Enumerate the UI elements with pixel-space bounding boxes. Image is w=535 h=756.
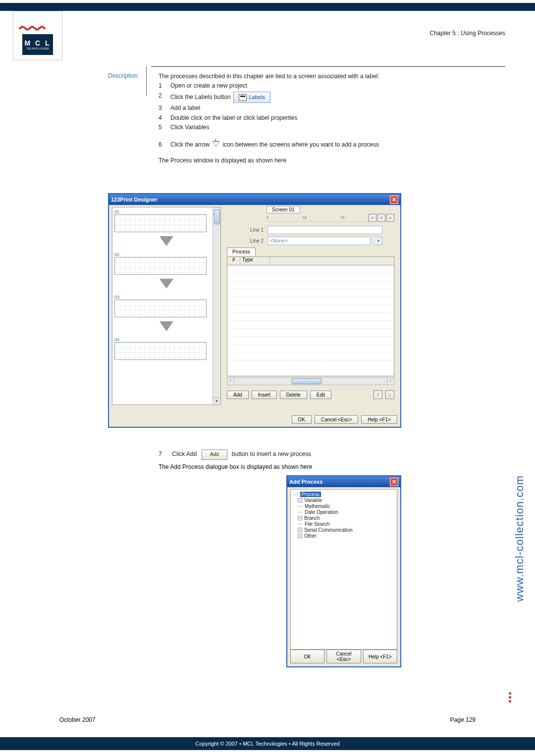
ok-button[interactable]: OK [290,650,324,663]
process-editor-pane: Screen 01 5 10 15 20 ≡ ≡ ≡ Line 1 Line 2… [224,207,397,405]
tab-process[interactable]: Process [227,248,256,255]
help-button[interactable]: Help <F1> [361,415,397,424]
expand-icon[interactable]: + [298,516,302,520]
step-num: 4 [159,114,170,122]
table-row[interactable] [227,297,394,305]
scroll-left-icon[interactable]: ‹ [227,378,234,385]
tree-root-icon: 📄 [293,492,299,497]
logo-subtext: TECHNOLOGIES [26,47,49,50]
scroll-thumb[interactable] [292,378,321,384]
scroll-thumb[interactable] [214,209,220,224]
align-toolbar: ≡ ≡ ≡ [369,214,394,222]
step-text: Click Variables [170,123,476,132]
window-title: 123Print Designer [111,197,158,202]
tree-item-label[interactable]: Serial Communication [304,527,353,533]
dialog-buttons: OK Cancel <Esc> Help <F1> [290,650,397,663]
screens-list-pane: 01 02 03 04 ▲ ▼ [112,207,221,405]
intro-text: The processes described in this chapter … [159,72,476,81]
screen-number: 01 [114,209,218,214]
table-row[interactable] [227,313,394,321]
tree-item-label[interactable]: Mathematic [305,504,330,509]
tree-item-label[interactable]: Date Operation [305,509,338,515]
add-button[interactable]: Add [227,391,249,399]
process-window-caption: The Process window is displayed as shown… [159,156,476,165]
table-row[interactable] [227,353,394,360]
page-top-band [0,3,535,11]
chevron-down-icon[interactable]: ▾ [374,237,382,245]
move-down-icon[interactable]: ↓ [385,390,394,399]
screen-thumb[interactable] [114,342,207,360]
step-num: 1 [159,82,170,90]
brand-logo: 〰 M C L TECHNOLOGIES [13,11,62,60]
tree-item-label[interactable]: Other [304,533,317,539]
table-row[interactable] [227,329,394,337]
process-arrow-icon [212,141,220,150]
screen-thumb[interactable] [114,257,207,275]
align-left-icon[interactable]: ≡ [369,214,376,222]
table-row[interactable] [227,273,394,281]
screen-thumb[interactable] [114,214,207,232]
scroll-right-icon[interactable]: › [387,378,394,385]
table-row[interactable] [227,337,394,345]
ok-button[interactable]: OK [292,415,312,424]
tree-item-label[interactable]: Branch [304,515,320,521]
content-divider [151,66,505,67]
align-center-icon[interactable]: ≡ [377,214,385,222]
expand-icon[interactable]: + [298,534,302,538]
labels-button[interactable]: Labels [233,92,270,103]
screen-thumb[interactable] [114,300,207,317]
tree-item-label[interactable]: File Search [305,521,330,527]
footer-page: Page 129 [450,716,476,723]
table-row[interactable] [227,265,394,273]
align-right-icon[interactable]: ≡ [386,214,394,222]
process-arrow-icon[interactable] [112,322,220,331]
close-icon[interactable]: ✕ [390,196,398,204]
cancel-button[interactable]: Cancel <Esc> [326,650,361,663]
side-url: www.mcl-collection.com [513,475,526,602]
cancel-button[interactable]: Cancel <Esc> [315,415,358,424]
process-arrow-icon[interactable] [112,280,220,289]
table-row[interactable] [227,305,394,313]
tree-root[interactable]: Process [300,492,321,497]
table-row[interactable] [227,321,394,329]
side-dots-icon [509,692,511,703]
line1-field[interactable] [268,226,382,234]
step-num: 7 [159,450,170,458]
step-num: 2 [159,92,170,103]
process-grid[interactable] [227,265,394,376]
delete-button[interactable]: Delete [280,391,307,399]
tree-line-icon [298,506,303,506]
close-icon[interactable]: ✕ [390,478,398,486]
process-tree[interactable]: 📄 Process +Variable Mathematic Date Oper… [290,489,397,650]
vertical-scrollbar[interactable]: ▲ ▼ [213,207,220,404]
dialog-buttons: OK Cancel <Esc> Help <F1> [224,415,397,424]
expand-icon[interactable]: + [298,528,302,532]
add-process-dialog: Add Process ✕ 📄 Process +Variable Mathem… [286,475,401,667]
line2-field[interactable] [268,237,371,245]
screen-number: 02 [114,252,218,257]
window-titlebar: Add Process ✕ [287,476,400,487]
logo-letters: M C L [24,39,51,47]
step-text: Double click on the label or click label… [170,114,476,122]
sidebar-divider [146,66,147,96]
edit-button[interactable]: Edit [310,391,331,399]
move-up-icon[interactable]: ↑ [374,390,382,399]
screen-number: 03 [114,295,218,300]
scroll-down-icon[interactable]: ▼ [213,398,220,404]
labels-icon [239,94,247,101]
inline-add-button[interactable]: Add [202,450,227,460]
chapter-heading: Chapter 5 : Using Processes [429,30,505,37]
ruler: 5 10 15 20 [267,216,382,222]
table-row[interactable] [227,281,394,289]
expand-icon[interactable]: + [298,498,302,503]
table-row[interactable] [227,289,394,297]
line1-label: Line 1 [240,227,264,233]
horizontal-scrollbar[interactable]: ‹› [227,377,394,385]
help-button[interactable]: Help <F1> [363,650,397,663]
step-num: 3 [159,104,170,112]
tree-item-label[interactable]: Variable [304,498,322,503]
table-row[interactable] [227,345,394,353]
process-arrow-icon[interactable] [112,237,220,246]
window-title: Add Process [289,479,322,485]
insert-button[interactable]: Insert [252,391,277,399]
